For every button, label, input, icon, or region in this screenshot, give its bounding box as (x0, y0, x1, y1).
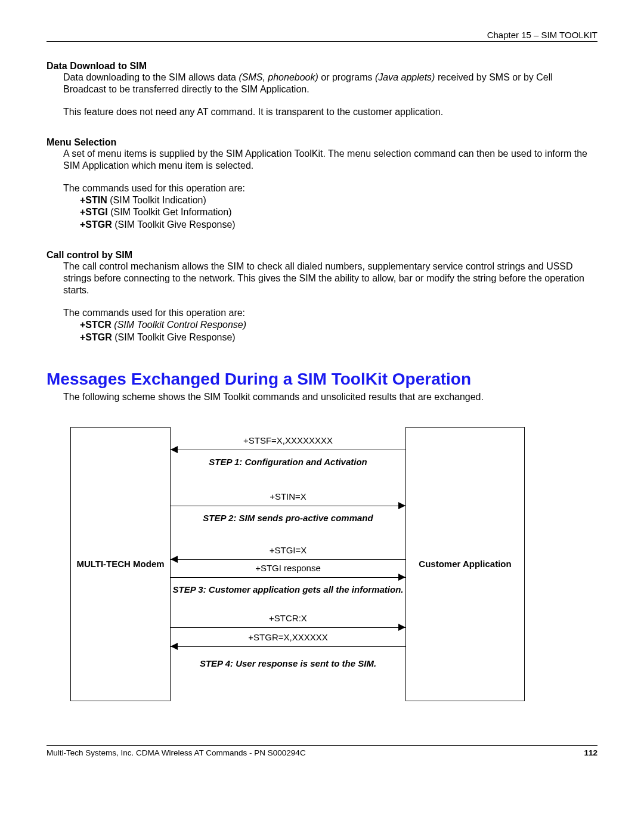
h2-subtext: The following scheme shows the SIM Toolk… (63, 391, 597, 403)
sec-data-download-p2: This feature does not need any AT comman… (63, 106, 597, 118)
cmd-stgr: +STGR (80, 219, 112, 230)
footer-left: Multi-Tech Systems, Inc. CDMA Wireless A… (47, 748, 306, 757)
diagram-box-modem: MULTI-TECH Modem (70, 427, 171, 701)
arrow-stgi-resp (171, 577, 405, 578)
sec-menu-selection-p1: A set of menu items is supplied by the S… (63, 148, 597, 172)
step2-label: STEP 2: SIM sends pro-active command (171, 513, 405, 523)
msg-stgr: +STGR=X,XXXXXX (171, 632, 405, 642)
msg-stgi-resp: +STGI response (171, 563, 405, 573)
cmd-stgr2-desc: (SIM Toolkit Give Response) (112, 332, 236, 342)
sec-call-control-p2: The commands used for this operation are… (63, 307, 597, 319)
arrow-left-icon (171, 643, 178, 650)
text: or programs (318, 72, 375, 82)
text-italic: (Java applets) (375, 72, 435, 82)
sec-data-download-title: Data Download to SIM (47, 61, 597, 72)
arrow-stgr (171, 646, 405, 647)
arrow-stsf (171, 450, 405, 450)
cmd-stgi-desc: (SIM Toolkit Get Information) (108, 207, 232, 217)
msg-stgi: +STGI=X (171, 545, 405, 555)
cmd-stin: +STIN (80, 195, 107, 205)
cmd-stcr: +STCR (80, 320, 112, 330)
arrow-left-icon (171, 446, 178, 453)
sec-menu-selection-title: Menu Selection (47, 137, 597, 148)
step1-label: STEP 1: Configuration and Activation (171, 457, 405, 467)
step3-label: STEP 3: Customer application gets all th… (171, 584, 405, 594)
arrow-stin (171, 506, 405, 506)
diagram-box-customer: Customer Application (405, 427, 525, 701)
sec-data-download-p1: Data downloading to the SIM allows data … (63, 72, 597, 95)
cmd-stgi: +STGI (80, 207, 108, 217)
arrow-left-icon (171, 556, 178, 563)
chapter-label: Chapter 15 – SIM TOOLKIT (47, 29, 597, 41)
cmd-stcr-desc: (SIM Toolkit Control Response) (112, 320, 246, 330)
sec-call-control-title: Call control by SIM (47, 250, 597, 261)
arrow-right-icon (398, 574, 405, 581)
cmd-stgr-desc: (SIM Toolkit Give Response) (112, 219, 236, 230)
arrow-right-icon (398, 624, 405, 631)
msg-stsf: +STSF=X,XXXXXXXX (171, 435, 405, 445)
arrow-stcr (171, 627, 405, 628)
msg-stcr: +STCR:X (171, 613, 405, 623)
text-italic: (SMS, phonebook) (239, 72, 318, 82)
step4-label: STEP 4: User response is sent to the SIM… (171, 658, 405, 668)
footer-page: 112 (584, 748, 597, 757)
sec-menu-selection-p2: The commands used for this operation are… (63, 182, 597, 194)
arrow-stgi (171, 559, 405, 560)
msg-stin: +STIN=X (171, 491, 405, 501)
cmd-stgr2: +STGR (80, 332, 112, 342)
text: Data downloading to the SIM allows data (63, 72, 239, 82)
sequence-diagram: MULTI-TECH Modem Customer Application +S… (70, 427, 535, 713)
sec-call-control-p1: The call control mechanism allows the SI… (63, 261, 597, 296)
footer: Multi-Tech Systems, Inc. CDMA Wireless A… (47, 745, 597, 757)
h2-messages-exchanged: Messages Exchanged During a SIM ToolKit … (47, 370, 597, 389)
arrow-right-icon (398, 502, 405, 509)
cmd-stin-desc: (SIM Toolkit Indication) (107, 195, 206, 205)
header-rule (47, 41, 597, 42)
